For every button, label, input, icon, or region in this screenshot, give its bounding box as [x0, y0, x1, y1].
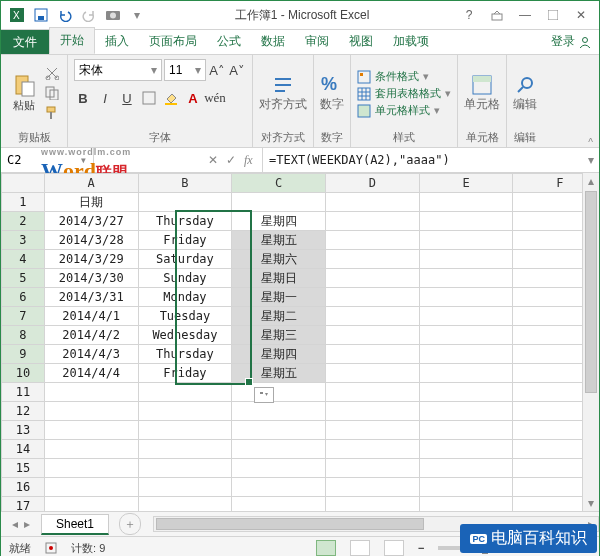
cell[interactable] [419, 383, 513, 402]
formula-input[interactable]: =TEXT(WEEKDAY(A2),"aaaa") [263, 148, 583, 172]
camera-icon[interactable] [105, 7, 121, 23]
cell[interactable]: 日期 [44, 193, 138, 212]
underline-button[interactable]: U [118, 89, 136, 107]
cancel-entry-icon[interactable]: ✕ [208, 153, 222, 167]
expand-formula-icon[interactable]: ▾ [583, 148, 599, 172]
cell[interactable] [419, 497, 513, 512]
cell[interactable] [419, 364, 513, 383]
cell[interactable] [419, 212, 513, 231]
cell[interactable] [232, 440, 326, 459]
help-icon[interactable]: ? [459, 5, 479, 25]
fx-icon[interactable]: fx [244, 153, 258, 167]
font-name-combo[interactable]: 宋体▾ [74, 59, 162, 81]
cell[interactable] [326, 250, 420, 269]
add-sheet-button[interactable]: ＋ [119, 513, 141, 535]
cell[interactable] [326, 231, 420, 250]
col-header-A[interactable]: A [44, 174, 138, 193]
redo-icon[interactable] [81, 7, 97, 23]
col-header-E[interactable]: E [419, 174, 513, 193]
alignment-button[interactable]: 对齐方式 [259, 74, 307, 113]
tab-view[interactable]: 视图 [339, 29, 383, 54]
decrease-font-icon[interactable]: A˅ [228, 61, 246, 79]
tab-review[interactable]: 审阅 [295, 29, 339, 54]
tab-formulas[interactable]: 公式 [207, 29, 251, 54]
cell[interactable] [138, 497, 232, 512]
cell[interactable] [44, 402, 138, 421]
cell[interactable]: Monday [138, 288, 232, 307]
cell[interactable]: 星期四 [232, 345, 326, 364]
cell[interactable] [44, 383, 138, 402]
cell[interactable] [326, 193, 420, 212]
undo-icon[interactable] [57, 7, 73, 23]
cell[interactable]: 2014/4/3 [44, 345, 138, 364]
cell[interactable] [138, 440, 232, 459]
cell[interactable] [419, 459, 513, 478]
cell[interactable] [326, 288, 420, 307]
tab-addins[interactable]: 加载项 [383, 29, 439, 54]
cell[interactable]: 2014/3/28 [44, 231, 138, 250]
cell[interactable] [326, 383, 420, 402]
row-header[interactable]: 1 [2, 193, 45, 212]
col-header-B[interactable]: B [138, 174, 232, 193]
cell[interactable] [419, 193, 513, 212]
cell[interactable] [326, 326, 420, 345]
sheet-next-icon[interactable]: ▸ [24, 517, 30, 531]
cell[interactable] [419, 250, 513, 269]
cell[interactable] [326, 402, 420, 421]
cell[interactable]: 星期二 [232, 307, 326, 326]
cell[interactable] [419, 402, 513, 421]
cell[interactable] [232, 383, 326, 402]
cell[interactable]: Wednesday [138, 326, 232, 345]
col-header-C[interactable]: C [232, 174, 326, 193]
cell[interactable] [44, 421, 138, 440]
cell[interactable] [419, 307, 513, 326]
worksheet-grid[interactable]: ABCDEFG1日期22014/3/27Thursday星期四32014/3/2… [1, 173, 599, 511]
cut-icon[interactable] [45, 66, 61, 82]
cell[interactable] [419, 326, 513, 345]
ribbon-options-icon[interactable] [487, 5, 507, 25]
cell[interactable] [138, 421, 232, 440]
cell[interactable] [138, 459, 232, 478]
cell[interactable] [44, 497, 138, 512]
cell[interactable] [44, 440, 138, 459]
sheet-nav[interactable]: ◂▸ [1, 517, 41, 531]
font-color-icon[interactable]: A [184, 89, 202, 107]
row-header[interactable]: 12 [2, 402, 45, 421]
col-header-D[interactable]: D [326, 174, 420, 193]
cell[interactable]: Sunday [138, 269, 232, 288]
cell[interactable] [326, 497, 420, 512]
table-format-button[interactable]: 套用表格格式▾ [357, 86, 451, 101]
row-header[interactable]: 13 [2, 421, 45, 440]
cell-styles-button[interactable]: 单元格样式▾ [357, 103, 451, 118]
tab-data[interactable]: 数据 [251, 29, 295, 54]
cell[interactable] [232, 402, 326, 421]
cell[interactable]: 2014/3/27 [44, 212, 138, 231]
cell[interactable] [326, 459, 420, 478]
row-header[interactable]: 9 [2, 345, 45, 364]
tab-file[interactable]: 文件 [1, 30, 49, 54]
cell[interactable] [419, 269, 513, 288]
sheet-prev-icon[interactable]: ◂ [12, 517, 18, 531]
cell[interactable] [138, 478, 232, 497]
record-macro-icon[interactable] [45, 542, 57, 554]
scroll-thumb[interactable] [585, 191, 597, 393]
view-normal-button[interactable] [316, 540, 336, 556]
row-header[interactable]: 17 [2, 497, 45, 512]
increase-font-icon[interactable]: A˄ [208, 61, 226, 79]
cell[interactable]: 星期四 [232, 212, 326, 231]
row-header[interactable]: 11 [2, 383, 45, 402]
row-header[interactable]: 3 [2, 231, 45, 250]
cell[interactable]: Thursday [138, 345, 232, 364]
number-format-button[interactable]: % 数字 [320, 74, 344, 113]
cell[interactable]: 星期日 [232, 269, 326, 288]
cell[interactable] [419, 478, 513, 497]
cell[interactable] [138, 193, 232, 212]
cell[interactable] [326, 269, 420, 288]
cell[interactable] [326, 364, 420, 383]
qat-customize-icon[interactable]: ▾ [129, 7, 145, 23]
maximize-icon[interactable] [543, 5, 563, 25]
cell[interactable] [326, 345, 420, 364]
row-header[interactable]: 2 [2, 212, 45, 231]
cell[interactable] [44, 459, 138, 478]
cells-button[interactable]: 单元格 [464, 74, 500, 113]
